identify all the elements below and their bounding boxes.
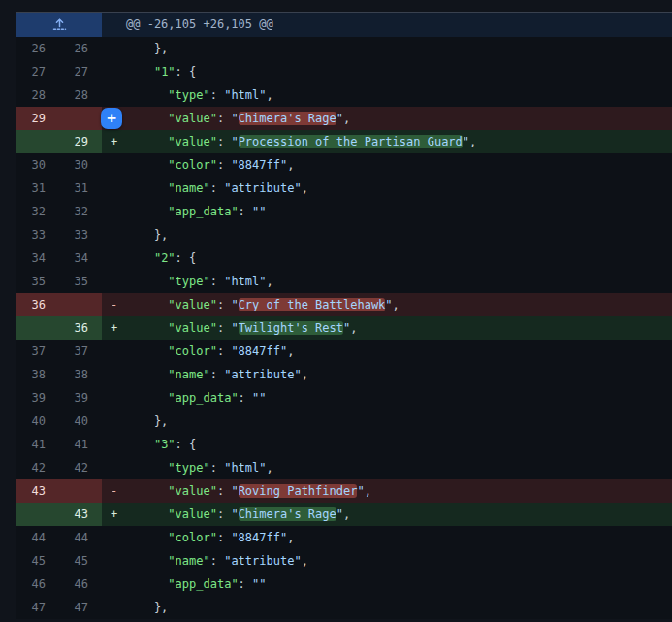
diff-row-37: 3737 "color": "8847ff", bbox=[16, 340, 672, 363]
code-line: "value": "Chimera's Rage", bbox=[126, 503, 672, 526]
line-number-old[interactable]: 35 bbox=[16, 270, 59, 293]
code-token: "name" bbox=[168, 181, 209, 195]
code-token: , bbox=[302, 368, 308, 381]
diff-marker bbox=[102, 596, 126, 619]
line-number-new[interactable]: 45 bbox=[59, 549, 102, 573]
line-number-old[interactable]: 28 bbox=[16, 83, 59, 107]
code-token: "8847ff" bbox=[231, 344, 287, 358]
code-token: , bbox=[350, 321, 357, 335]
diff-marker bbox=[102, 340, 126, 363]
line-number-new[interactable]: 37 bbox=[59, 340, 102, 363]
diff-marker bbox=[102, 83, 126, 107]
line-number-old[interactable]: 34 bbox=[16, 246, 59, 270]
line-number-old[interactable]: 31 bbox=[16, 177, 59, 200]
line-number-new[interactable]: 40 bbox=[59, 409, 102, 433]
line-number-new[interactable]: 44 bbox=[59, 526, 102, 549]
code-token: "1" bbox=[154, 65, 176, 79]
line-number-old[interactable]: 32 bbox=[16, 200, 59, 223]
line-number-new[interactable] bbox=[59, 293, 102, 316]
line-number-new[interactable]: 42 bbox=[59, 456, 102, 479]
line-number-new[interactable]: 34 bbox=[59, 246, 102, 270]
code-token: "" bbox=[252, 391, 266, 405]
expand-hunk-button[interactable] bbox=[16, 13, 102, 37]
code-token bbox=[126, 391, 168, 405]
code-token: " bbox=[231, 484, 238, 498]
add-comment-button[interactable]: + bbox=[101, 108, 122, 129]
code-token: : bbox=[239, 205, 252, 218]
diff-marker: + bbox=[102, 316, 126, 340]
line-number-new[interactable]: 30 bbox=[59, 153, 102, 177]
diff-row-33: 3333 }, bbox=[16, 223, 672, 246]
line-number-new[interactable]: 39 bbox=[59, 386, 102, 409]
line-number-old[interactable]: 43 bbox=[16, 479, 59, 503]
code-token bbox=[126, 158, 168, 172]
line-number-new[interactable]: 26 bbox=[59, 37, 102, 60]
line-number-new[interactable]: 33 bbox=[59, 223, 102, 246]
line-number-old[interactable]: 44 bbox=[16, 526, 59, 549]
line-number-old[interactable]: 30 bbox=[16, 153, 59, 177]
line-number-new[interactable]: 38 bbox=[59, 363, 102, 386]
line-number-old[interactable]: 33 bbox=[16, 223, 59, 246]
code-token: }, bbox=[126, 42, 168, 55]
code-token: " bbox=[357, 484, 364, 498]
line-number-new[interactable] bbox=[59, 107, 102, 130]
diff-marker bbox=[102, 37, 126, 60]
line-number-old[interactable]: 45 bbox=[16, 549, 59, 573]
line-number-old[interactable]: 46 bbox=[16, 573, 59, 596]
code-token: "color" bbox=[168, 158, 217, 172]
code-line: "3": { bbox=[126, 433, 672, 456]
line-number-new[interactable]: 43 bbox=[59, 503, 102, 526]
diff-row-28: 2828 "type": "html", bbox=[16, 83, 672, 107]
line-number-new[interactable] bbox=[59, 479, 102, 503]
line-number-old[interactable] bbox=[16, 503, 59, 526]
changed-text: Chimera's Rage bbox=[239, 112, 336, 125]
diff-table: @@ -26,105 +26,105 @@ 2626 },2727 "1": {… bbox=[16, 12, 672, 619]
code-line: "type": "html", bbox=[126, 456, 672, 479]
code-line: "value": "Chimera's Rage", bbox=[126, 107, 672, 130]
code-token: "2" bbox=[154, 251, 176, 265]
code-token: : bbox=[217, 507, 231, 521]
code-line: "1": { bbox=[126, 60, 672, 83]
line-number-new[interactable]: 29 bbox=[59, 130, 102, 153]
line-number-old[interactable]: 38 bbox=[16, 363, 59, 386]
line-number-new[interactable]: 32 bbox=[59, 200, 102, 223]
code-token: : bbox=[217, 344, 231, 358]
line-number-old[interactable]: 42 bbox=[16, 456, 59, 479]
diff-marker bbox=[102, 223, 126, 246]
code-line: "type": "html", bbox=[126, 270, 672, 293]
line-number-old[interactable]: 27 bbox=[16, 60, 59, 83]
line-number-new[interactable]: 47 bbox=[59, 596, 102, 619]
line-number-old[interactable]: 41 bbox=[16, 433, 59, 456]
code-line: "value": "Roving Pathfinder", bbox=[126, 479, 672, 503]
line-number-new[interactable]: 28 bbox=[59, 83, 102, 107]
line-number-old[interactable]: 40 bbox=[16, 409, 59, 433]
diff-row-36: 36+ "value": "Twilight's Rest", bbox=[16, 316, 672, 340]
line-number-old[interactable]: 37 bbox=[16, 340, 59, 363]
line-number-new[interactable]: 36 bbox=[59, 316, 102, 340]
diff-row-46: 4646 "app_data": "" bbox=[16, 573, 672, 596]
line-number-old[interactable] bbox=[16, 130, 59, 153]
code-token: : { bbox=[176, 251, 197, 265]
code-token: "" bbox=[252, 205, 266, 218]
line-number-old[interactable]: 36 bbox=[16, 293, 59, 316]
line-number-old[interactable]: 26 bbox=[16, 37, 59, 60]
code-token: "type" bbox=[168, 461, 209, 475]
line-number-new[interactable]: 31 bbox=[59, 177, 102, 200]
code-token: "app_data" bbox=[168, 577, 238, 591]
diff-row-27: 2727 "1": { bbox=[16, 60, 672, 83]
line-number-new[interactable]: 27 bbox=[59, 60, 102, 83]
line-number-new[interactable]: 46 bbox=[59, 573, 102, 596]
fold-up-icon bbox=[52, 17, 67, 32]
code-token: "name" bbox=[168, 368, 209, 381]
code-token bbox=[126, 181, 168, 195]
line-number-new[interactable]: 41 bbox=[59, 433, 102, 456]
code-token: "value" bbox=[168, 298, 217, 311]
line-number-new[interactable]: 35 bbox=[59, 270, 102, 293]
line-number-old[interactable]: 47 bbox=[16, 596, 59, 619]
line-number-old[interactable] bbox=[16, 316, 59, 340]
diff-marker: - bbox=[102, 293, 126, 316]
line-number-old[interactable]: 39 bbox=[16, 386, 59, 409]
diff-marker bbox=[102, 456, 126, 479]
code-token: "name" bbox=[168, 554, 209, 568]
line-number-old[interactable]: 29 bbox=[16, 107, 59, 130]
